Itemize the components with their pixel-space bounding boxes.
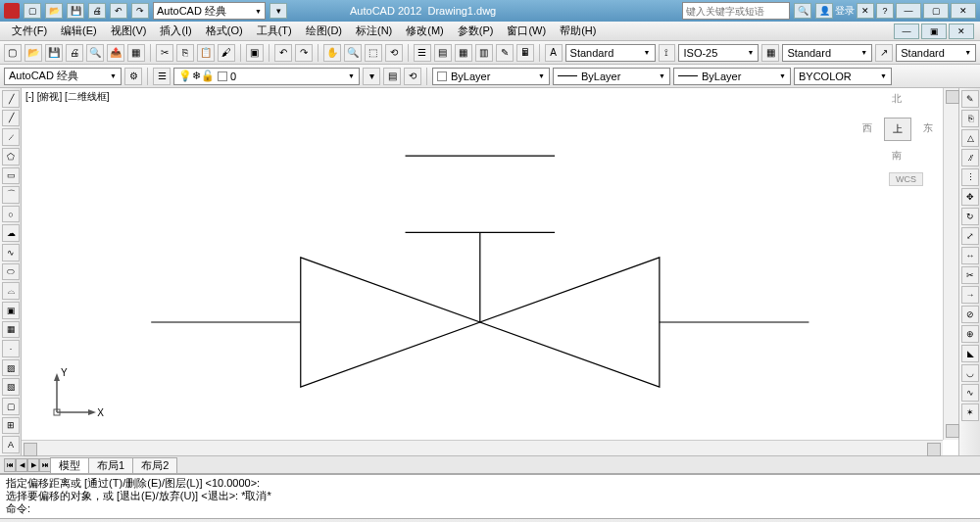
help-icon[interactable]: ?: [876, 3, 894, 19]
join-icon[interactable]: ⊕: [961, 325, 979, 343]
qat-more-icon[interactable]: ▾: [270, 3, 287, 19]
viewcube-top[interactable]: 上: [884, 118, 911, 141]
menu-param[interactable]: 参数(P): [452, 24, 500, 38]
menu-modify[interactable]: 修改(M): [400, 24, 450, 38]
dimstyle-dropdown[interactable]: ISO-25: [678, 44, 759, 62]
user-icon[interactable]: 👤: [815, 3, 833, 19]
copy-icon[interactable]: ⎘: [961, 110, 979, 127]
offset-icon[interactable]: ⫽: [961, 149, 979, 166]
match-icon[interactable]: 🖌: [218, 44, 235, 62]
workspace-dropdown[interactable]: AutoCAD 经典: [153, 2, 266, 20]
insert-icon[interactable]: ▣: [2, 302, 20, 319]
menu-dim[interactable]: 标注(N): [350, 24, 398, 38]
props-icon[interactable]: ☰: [414, 44, 431, 62]
new-icon[interactable]: ▢: [24, 3, 41, 19]
print-icon[interactable]: 🖨: [88, 3, 106, 19]
arc-icon[interactable]: ⌒: [2, 186, 20, 204]
viewcube-west[interactable]: 西: [862, 121, 872, 135]
doc-close-icon[interactable]: ✕: [949, 24, 974, 39]
wcs-button[interactable]: WCS: [889, 172, 923, 186]
zoomprev-icon[interactable]: ⟲: [385, 44, 403, 62]
sheetset-icon[interactable]: ▥: [475, 44, 493, 62]
ucs-icon[interactable]: Y X: [49, 371, 98, 420]
autocad-logo-icon[interactable]: [4, 3, 20, 19]
revcloud-icon[interactable]: ☁: [2, 224, 20, 242]
ellipsearc-icon[interactable]: ⌓: [2, 282, 20, 300]
save2-icon[interactable]: 💾: [45, 44, 63, 62]
scale-icon[interactable]: ⤢: [961, 227, 979, 245]
doc-minimize-icon[interactable]: —: [894, 24, 919, 39]
command-window[interactable]: 指定偏移距离或 [通过(T)/删除(E)/图层(L)] <10.0000>: 选…: [0, 473, 980, 518]
layerprops-icon[interactable]: ☰: [153, 68, 171, 85]
tab-first-icon[interactable]: ⏮: [4, 458, 16, 472]
fillet-icon[interactable]: ◡: [961, 364, 979, 382]
undo-icon[interactable]: ↶: [110, 3, 127, 19]
dimstyle-icon[interactable]: ⟟: [659, 44, 676, 62]
rect-icon[interactable]: ▭: [2, 167, 20, 185]
viewcube-north[interactable]: 北: [892, 92, 902, 106]
mleaderstyle-icon[interactable]: ↗: [875, 44, 893, 62]
save-icon[interactable]: 💾: [67, 3, 84, 19]
break-icon[interactable]: ⊘: [961, 306, 979, 323]
plotstyle-dropdown[interactable]: BYCOLOR: [794, 68, 892, 85]
viewcube-east[interactable]: 东: [923, 121, 933, 135]
blend-icon[interactable]: ∿: [961, 384, 979, 402]
textstyle-dropdown[interactable]: Standard: [565, 44, 656, 62]
dcenter-icon[interactable]: ▤: [434, 44, 452, 62]
lineweight-dropdown[interactable]: ByLayer: [673, 68, 791, 85]
ws-settings-icon[interactable]: ⚙: [124, 68, 142, 85]
exchange-icon[interactable]: ✕: [857, 3, 874, 19]
rotate-icon[interactable]: ↻: [961, 208, 979, 225]
circle-icon[interactable]: ○: [2, 206, 20, 223]
point-icon[interactable]: ·: [2, 340, 20, 357]
minimize-icon[interactable]: —: [896, 3, 921, 19]
explode-icon[interactable]: ✶: [961, 403, 979, 421]
close-icon[interactable]: ✕: [951, 3, 976, 19]
stretch-icon[interactable]: ↔: [961, 247, 979, 264]
3ddwf-icon[interactable]: ▦: [127, 44, 145, 62]
color-dropdown[interactable]: ByLayer: [432, 68, 550, 85]
layeriso-icon[interactable]: ▤: [383, 68, 401, 85]
workspace2-dropdown[interactable]: AutoCAD 经典: [4, 68, 122, 85]
search-icon[interactable]: 🔍: [794, 3, 811, 19]
move-icon[interactable]: ✥: [961, 188, 979, 206]
mirror-icon[interactable]: △: [961, 129, 979, 147]
erase-icon[interactable]: ✎: [961, 90, 979, 108]
scrollbar-horizontal[interactable]: [22, 440, 943, 455]
mtext-icon[interactable]: A: [2, 436, 20, 453]
tablestyle-dropdown[interactable]: Standard: [782, 44, 872, 62]
menu-window[interactable]: 窗口(W): [501, 24, 552, 38]
open2-icon[interactable]: 📂: [24, 44, 42, 62]
open-icon[interactable]: 📂: [45, 3, 63, 19]
textstyle-icon[interactable]: A: [545, 44, 563, 62]
tablestyle-icon[interactable]: ▦: [761, 44, 779, 62]
layer-dropdown[interactable]: 💡 ❄ 🔓 0: [173, 68, 360, 85]
line-icon[interactable]: ╱: [2, 90, 20, 108]
menu-file[interactable]: 文件(F): [6, 24, 53, 38]
viewcube-south[interactable]: 南: [892, 149, 902, 163]
pan-icon[interactable]: ✋: [323, 44, 341, 62]
plot-icon[interactable]: 🖨: [66, 44, 83, 62]
cmd-prompt[interactable]: 命令:: [6, 502, 974, 515]
undo2-icon[interactable]: ↶: [274, 44, 292, 62]
trim-icon[interactable]: ✂: [961, 266, 979, 284]
menu-view[interactable]: 视图(V): [105, 24, 153, 38]
mleaderstyle-dropdown[interactable]: Standard: [896, 44, 976, 62]
menu-help[interactable]: 帮助(H): [554, 24, 602, 38]
gradient-icon[interactable]: ▧: [2, 378, 20, 396]
maximize-icon[interactable]: ▢: [923, 3, 949, 19]
toolpal-icon[interactable]: ▦: [455, 44, 472, 62]
doc-restore-icon[interactable]: ▣: [921, 24, 947, 39]
preview-icon[interactable]: 🔍: [86, 44, 104, 62]
polygon-icon[interactable]: ⬠: [2, 148, 20, 166]
region-icon[interactable]: ▢: [2, 398, 20, 415]
ellipse-icon[interactable]: ⬭: [2, 263, 20, 281]
table-icon[interactable]: ⊞: [2, 417, 20, 435]
markup-icon[interactable]: ✎: [496, 44, 514, 62]
redo2-icon[interactable]: ↷: [295, 44, 313, 62]
menu-edit[interactable]: 编辑(E): [55, 24, 103, 38]
paste-icon[interactable]: 📋: [197, 44, 215, 62]
blockedit-icon[interactable]: ▣: [246, 44, 264, 62]
zoomwin-icon[interactable]: ⬚: [365, 44, 382, 62]
extend-icon[interactable]: →: [961, 286, 979, 304]
